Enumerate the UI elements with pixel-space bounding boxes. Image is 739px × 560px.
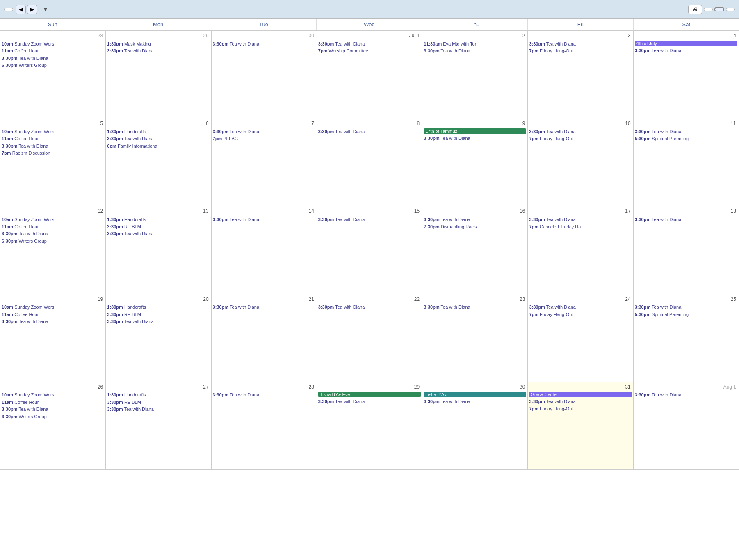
event-title: Handcrafts (124, 392, 146, 397)
event-item[interactable]: 3:30pm Tea with Diana (424, 398, 526, 405)
event-item[interactable]: 1:30pm Handcrafts (107, 216, 210, 223)
event-item[interactable]: 3:30pm Tea with Diana (213, 304, 315, 311)
event-item[interactable]: 5:30pm Spiritual Parenting (635, 135, 737, 142)
event-item[interactable]: 7pm Racism Discussion (2, 150, 104, 157)
event-item[interactable]: 3:30pm Tea with Diana (2, 230, 104, 237)
event-item[interactable]: 3:30pm Tea with Diana (213, 128, 315, 135)
event-item[interactable]: 7pm Friday Hang-Out (529, 48, 632, 55)
day-number: 10 (529, 119, 632, 128)
event-item[interactable]: 11:30am Eva Mtg with Tor (424, 41, 526, 48)
event-time: 3:30pm (318, 41, 334, 46)
event-item[interactable]: 11am Coffee Hour (2, 311, 104, 318)
event-item[interactable]: 10am Sunday Zoom Wors (2, 216, 104, 223)
event-item[interactable]: 10am Sunday Zoom Wors (2, 304, 104, 311)
event-item[interactable]: 11am Coffee Hour (2, 48, 104, 55)
agenda-view-button[interactable] (726, 8, 735, 11)
event-time: 10am (2, 129, 13, 134)
event-item[interactable]: 6pm Family Informationa (107, 143, 210, 150)
event-item[interactable]: 3:30pm Tea with Diana (318, 41, 421, 48)
today-button[interactable] (4, 8, 13, 11)
event-item[interactable]: 7pm Friday Hang-Out (529, 405, 632, 412)
event-item[interactable]: 3:30pm Tea with Diana (529, 216, 632, 223)
event-item[interactable]: 3:30pm Tea with Diana (2, 318, 104, 325)
event-item[interactable]: 3:30pm Tea with Diana (213, 41, 315, 48)
event-item[interactable]: 3:30pm Tea with Diana (424, 304, 526, 311)
event-block[interactable]: 4th of July (635, 41, 737, 46)
print-button[interactable]: 🖨 (688, 5, 702, 14)
event-item[interactable]: 3:30pm Tea with Diana (213, 392, 315, 398)
day-number: 25 (635, 295, 737, 304)
event-item[interactable]: 3:30pm Tea with Diana (529, 304, 632, 311)
event-block[interactable]: 17th of Tammuz (424, 128, 526, 134)
event-item[interactable]: 3:30pm Tea with Diana (107, 48, 210, 55)
event-item[interactable]: 1:30pm Handcrafts (107, 304, 210, 311)
event-item[interactable]: 3:30pm RE BLM (107, 311, 210, 318)
event-item[interactable]: 1:30pm Handcrafts (107, 392, 210, 398)
event-item[interactable]: 11am Coffee Hour (2, 223, 104, 230)
event-item[interactable]: 3:30pm Tea with Diana (424, 216, 526, 223)
event-item[interactable]: 5:30pm Spiritual Parenting (635, 311, 737, 318)
event-item[interactable]: 3:30pm Tea with Diana (107, 406, 210, 413)
event-title: Tea with Diana (546, 41, 576, 46)
prev-button[interactable]: ◀ (16, 5, 26, 14)
event-item[interactable]: 6:30pm Writers Group (2, 238, 104, 245)
event-item[interactable]: 7pm PFLAG (213, 135, 315, 142)
week-view-button[interactable] (704, 8, 713, 11)
cal-cell-w3d1: 201:30pm Handcrafts3:30pm RE BLM3:30pm T… (106, 294, 211, 382)
event-title: Tea with Diana (18, 56, 48, 61)
event-item[interactable]: 11am Coffee Hour (2, 399, 104, 406)
event-item[interactable]: 3:30pm Tea with Diana (318, 398, 421, 405)
event-item[interactable]: 3:30pm Tea with Diana (529, 398, 632, 405)
event-item[interactable]: 7pm Worship Committee (318, 48, 421, 55)
event-block[interactable]: Tisha B'Av Eve (318, 392, 421, 397)
cal-cell-w1d4: 917th of Tammuz3:30pm Tea with Diana (422, 118, 528, 206)
event-time: 6:30pm (2, 414, 18, 419)
event-block[interactable]: Tisha B'Av (424, 392, 526, 397)
event-item[interactable]: 3:30pm RE BLM (107, 399, 210, 406)
event-item[interactable]: 3:30pm Tea with Diana (2, 143, 104, 150)
cal-cell-w0d6: 44th of July3:30pm Tea with Diana (634, 31, 739, 118)
event-item[interactable]: 3:30pm Tea with Diana (424, 135, 526, 142)
event-item[interactable]: 7pm Canceled: Friday Ha (529, 223, 632, 230)
event-item[interactable]: 3:30pm Tea with Diana (635, 392, 737, 398)
event-time: 1:30pm (107, 41, 123, 46)
event-item[interactable]: 10am Sunday Zoom Wors (2, 41, 104, 48)
event-title: Family Informationa (118, 143, 157, 148)
event-item[interactable]: 7pm Friday Hang-Out (529, 135, 632, 142)
event-item[interactable]: 3:30pm Tea with Diana (318, 304, 421, 311)
event-item[interactable]: 3:30pm Tea with Diana (529, 41, 632, 48)
event-item[interactable]: 10am Sunday Zoom Wors (2, 392, 104, 398)
event-item[interactable]: 11am Coffee Hour (2, 135, 104, 142)
event-item[interactable]: 10am Sunday Zoom Wors (2, 128, 104, 135)
event-item[interactable]: 3:30pm Tea with Diana (424, 48, 526, 55)
event-item[interactable]: 7pm Friday Hang-Out (529, 311, 632, 318)
event-item[interactable]: 3:30pm Tea with Diana (635, 304, 737, 311)
event-item[interactable]: 3:30pm RE BLM (107, 223, 210, 230)
event-block[interactable]: Grace Center (529, 392, 632, 397)
event-item[interactable]: 3:30pm Tea with Diana (107, 230, 210, 237)
event-item[interactable]: 3:30pm Tea with Diana (213, 216, 315, 223)
event-item[interactable]: 3:30pm Tea with Diana (318, 128, 421, 135)
event-item[interactable]: 1:30pm Handcrafts (107, 128, 210, 135)
event-item[interactable]: 3:30pm Tea with Diana (635, 47, 737, 54)
event-item[interactable]: 3:30pm Tea with Diana (635, 128, 737, 135)
event-item[interactable]: 3:30pm Tea with Diana (529, 128, 632, 135)
event-time: 6:30pm (2, 239, 18, 244)
event-item[interactable]: 6:30pm Writers Group (2, 62, 104, 69)
event-item[interactable]: 3:30pm Tea with Diana (635, 216, 737, 223)
event-item[interactable]: 3:30pm Tea with Diana (107, 318, 210, 325)
event-item[interactable]: 1:30pm Mask Making (107, 41, 210, 48)
event-item[interactable]: 3:30pm Tea with Diana (107, 135, 210, 142)
event-item[interactable]: 3:30pm Tea with Diana (2, 406, 104, 413)
event-item[interactable]: 3:30pm Tea with Diana (318, 216, 421, 223)
next-button[interactable]: ▶ (27, 5, 37, 14)
month-dropdown-arrow[interactable]: ▼ (43, 6, 48, 13)
day-number: 29 (318, 383, 421, 392)
day-number: 31 (529, 383, 632, 392)
cal-cell-w3d3: 223:30pm Tea with Diana (317, 294, 422, 382)
event-item[interactable]: 6:30pm Writers Group (2, 413, 104, 420)
event-item[interactable]: 3:30pm Tea with Diana (2, 55, 104, 62)
event-title: Friday Hang-Out (540, 48, 573, 53)
event-item[interactable]: 7:30pm Dismantling Racis (424, 223, 526, 230)
month-view-button[interactable] (714, 7, 724, 11)
